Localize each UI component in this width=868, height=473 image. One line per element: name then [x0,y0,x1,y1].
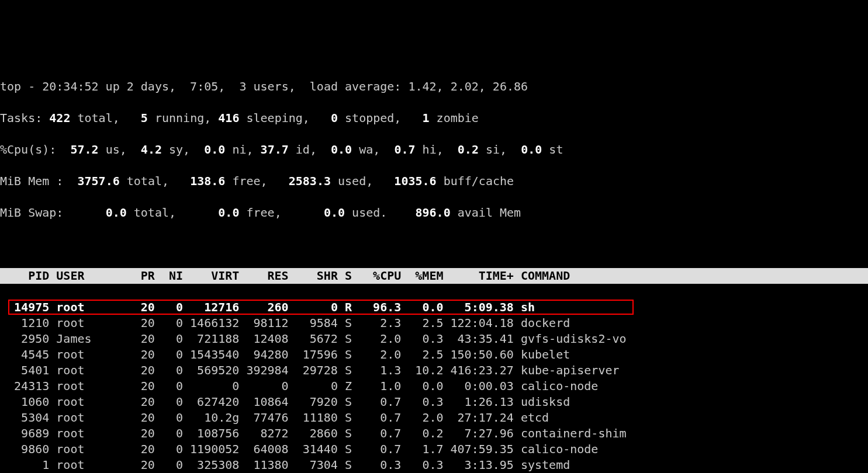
process-row[interactable]: 9860root20011900526400831440S0.71.7407:5… [0,441,868,457]
cell-user: root [56,441,119,457]
cell-ni: 0 [155,441,183,457]
cell-pid: 5304 [0,410,49,426]
cell-shr: 5672 [289,331,338,347]
cell-s: S [345,426,359,441]
cell-shr: 0 [289,378,338,394]
summary-line-tasks: Tasks: 422 total, 5 running, 416 sleepin… [0,110,868,126]
cell-ni: 0 [155,410,183,426]
cell-pid: 2950 [0,331,49,347]
cell-cpu: 2.3 [359,315,401,331]
cell-virt: 721188 [183,331,239,347]
cell-time: 27:17.24 [444,410,514,426]
cell-virt: 1543540 [183,347,239,363]
cell-pid: 1 [0,457,49,473]
cell-shr: 29728 [289,363,338,378]
cell-res: 8272 [239,426,288,441]
cell-res: 260 [239,300,288,315]
cell-pr: 20 [120,300,155,315]
cell-s: S [345,457,359,473]
cell-mem: 2.5 [401,347,443,363]
col-pr[interactable]: PR [120,268,155,284]
process-row[interactable]: 1210root2001466132981129584S2.32.5122:04… [0,315,868,331]
column-header-row[interactable]: PIDUSERPRNIVIRTRESSHRS%CPU%MEMTIME+COMMA… [0,268,868,284]
col-res[interactable]: RES [239,268,288,284]
cell-pid: 5401 [0,363,49,378]
cell-ni: 0 [155,378,183,394]
cell-ni: 0 [155,331,183,347]
col-shr[interactable]: SHR [289,268,338,284]
cell-cpu: 96.3 [359,300,401,315]
cell-s: R [345,300,359,315]
blank-line [0,236,868,252]
cell-pr: 20 [120,426,155,441]
process-row[interactable]: 24313root200000Z1.00.00:00.03calico-node [0,378,868,394]
col-ni[interactable]: NI [155,268,183,284]
cell-time: 5:09.38 [444,300,514,315]
cell-shr: 7304 [289,457,338,473]
cell-virt: 325308 [183,457,239,473]
cell-mem: 2.0 [401,410,443,426]
cell-virt: 569520 [183,363,239,378]
cell-mem: 0.0 [401,300,443,315]
cell-s: S [345,331,359,347]
cell-pid: 4545 [0,347,49,363]
col-mem[interactable]: %MEM [401,268,443,284]
cell-user: James [56,331,119,347]
cell-time: 1:26.13 [444,394,514,410]
col-cpu[interactable]: %CPU [359,268,401,284]
cell-shr: 11180 [289,410,338,426]
cell-user: root [56,394,119,410]
cell-pid: 9860 [0,441,49,457]
cell-mem: 0.3 [401,394,443,410]
col-user[interactable]: USER [56,268,119,284]
cell-cmd: etcd [521,411,549,425]
cell-s: S [345,363,359,378]
col-command[interactable]: COMMAND [521,269,570,283]
summary-line-uptime: top - 20:34:52 up 2 days, 7:05, 3 users,… [0,79,868,95]
cell-cmd: udisksd [521,395,570,409]
process-row[interactable]: 5304root20010.2g7747611180S0.72.027:17.2… [0,410,868,426]
cell-time: 43:35.41 [444,331,514,347]
cell-pr: 20 [120,378,155,394]
cell-time: 407:59.35 [444,441,514,457]
process-row[interactable]: 4545root20015435409428017596S2.02.5150:5… [0,347,868,363]
cell-pr: 20 [120,457,155,473]
process-row[interactable]: 2950James200721188124085672S2.00.343:35.… [0,331,868,347]
process-row[interactable]: 1root200325308113807304S0.30.33:13.95sys… [0,457,868,473]
cell-cmd: systemd [521,458,570,472]
cell-pr: 20 [120,347,155,363]
process-row[interactable]: 9689root20010875682722860S0.70.27:27.96c… [0,426,868,441]
cell-ni: 0 [155,347,183,363]
process-row[interactable]: 5401root20056952039298429728S1.310.2416:… [0,363,868,378]
cell-time: 416:23.27 [444,363,514,378]
cell-s: S [345,394,359,410]
cell-s: Z [345,378,359,394]
cell-cpu: 0.7 [359,426,401,441]
process-row[interactable]: 14975root200127162600R96.30.05:09.38sh [0,300,868,315]
cell-user: root [56,347,119,363]
cell-cmd: dockerd [521,316,570,330]
cell-user: root [56,300,119,315]
cell-pr: 20 [120,394,155,410]
col-time[interactable]: TIME+ [444,268,514,284]
cell-pid: 1210 [0,315,49,331]
cell-shr: 2860 [289,426,338,441]
cell-user: root [56,410,119,426]
cell-pr: 20 [120,363,155,378]
cell-pid: 1060 [0,394,49,410]
cell-s: S [345,315,359,331]
cell-pr: 20 [120,331,155,347]
cell-user: root [56,426,119,441]
col-pid[interactable]: PID [0,268,49,284]
col-state[interactable]: S [345,268,359,284]
cell-res: 11380 [239,457,288,473]
cell-pid: 24313 [0,378,49,394]
cell-user: root [56,457,119,473]
col-virt[interactable]: VIRT [183,268,239,284]
cell-res: 64008 [239,441,288,457]
cell-mem: 10.2 [401,363,443,378]
process-row[interactable]: 1060root200627420108647920S0.70.31:26.13… [0,394,868,410]
cell-cmd: calico-node [521,379,598,393]
cell-pid: 14975 [0,300,49,315]
cell-pr: 20 [120,315,155,331]
